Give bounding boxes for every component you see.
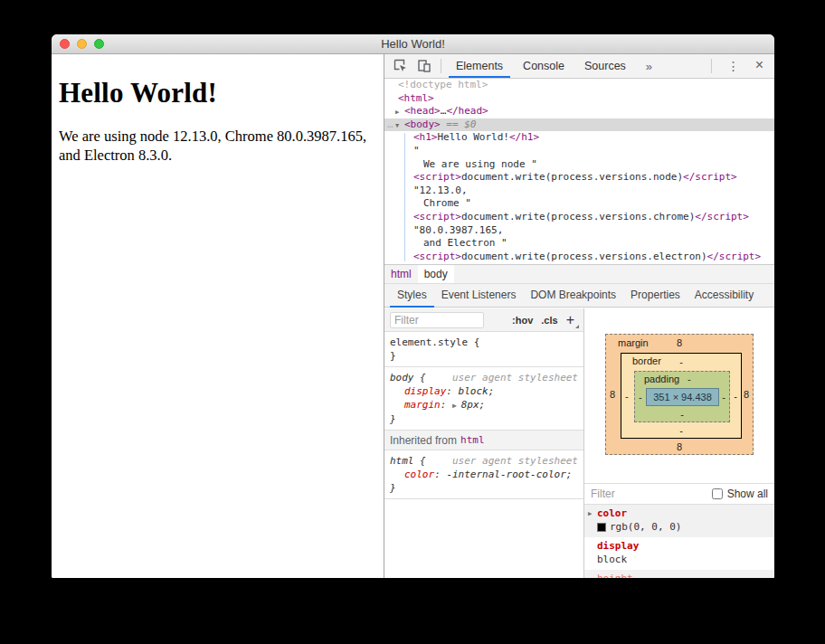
box-model-content[interactable]: 351 × 94.438 <box>646 388 719 406</box>
tab-console[interactable]: Console <box>516 54 572 78</box>
new-style-rule-button[interactable]: + <box>566 312 578 328</box>
computed-filter-row: Show all <box>584 483 774 505</box>
padding-left-value[interactable]: - <box>639 392 642 402</box>
app-window: Hello World! Hello World! We are using n… <box>52 34 774 578</box>
sidebar-tab-dom-breakpoints[interactable]: DOM Breakpoints <box>523 284 623 308</box>
page-heading: Hello World! <box>59 77 376 109</box>
style-property[interactable]: display: block; <box>390 384 578 398</box>
devtools-menu-icon[interactable]: ⋮ <box>719 59 748 73</box>
margin-top-value[interactable]: 8 <box>677 337 682 348</box>
computed-property-name: height <box>584 573 774 578</box>
show-all-checkbox[interactable] <box>712 488 723 499</box>
rule-selector[interactable]: body { <box>390 372 426 384</box>
breadcrumb-item-html[interactable]: html <box>384 265 418 283</box>
computed-property-value: rgb(0, 0, 0) <box>584 520 774 534</box>
tab-sources[interactable]: Sources <box>577 54 633 78</box>
computed-filter-input[interactable] <box>591 488 672 500</box>
rule-selector[interactable]: element.style { <box>390 336 479 348</box>
indent-guide-line <box>404 133 405 261</box>
padding-label: padding <box>644 374 679 384</box>
toolbar-divider <box>441 59 441 73</box>
rule-selector[interactable]: html { <box>390 455 426 467</box>
dom-tree-row[interactable]: "12.13.0, <box>384 185 774 198</box>
stylesheet-origin: user agent stylesheet <box>452 454 578 468</box>
devtools-panel: ElementsConsoleSources » ⋮ × <!doctype h… <box>384 54 774 578</box>
styles-filter-row: :hov .cls + <box>384 308 583 332</box>
styles-filter-input[interactable] <box>390 312 484 328</box>
dom-tree-row[interactable]: <!doctype html> <box>384 79 774 92</box>
content-size-value: 351 × 94.438 <box>653 392 712 402</box>
title-bar[interactable]: Hello World! <box>52 34 774 54</box>
devtools-close-icon[interactable]: × <box>748 57 771 75</box>
toggle-pseudo-button[interactable]: :hov <box>512 315 533 326</box>
border-right-value[interactable]: - <box>734 391 737 402</box>
dom-tree-row[interactable]: " <box>384 145 774 158</box>
disclosure-closed-icon[interactable]: ▶ <box>395 106 399 119</box>
style-property[interactable]: color: -internal-root-color; <box>390 468 578 481</box>
toggle-class-button[interactable]: .cls <box>541 315 557 326</box>
inherited-node-link[interactable]: html <box>460 434 485 446</box>
tab-elements[interactable]: Elements <box>449 54 510 78</box>
style-rule: element.style {} <box>384 332 583 367</box>
more-tabs-icon[interactable]: » <box>639 60 659 73</box>
computed-property-value: block <box>584 553 774 566</box>
sidebar-tab-accessibility[interactable]: Accessibility <box>688 284 761 308</box>
hidden-elements-ellipsis: … <box>387 118 394 132</box>
box-model-diagram: margin 8 8 8 8 border - - - - <box>584 308 774 483</box>
margin-left-value[interactable]: 8 <box>610 389 615 400</box>
dom-tree-row[interactable]: <h1>Hello World!</h1> <box>384 131 774 145</box>
dom-tree-row[interactable]: …▼<body> == $0 <box>384 118 774 132</box>
inspect-element-icon[interactable] <box>392 57 410 75</box>
box-model-border[interactable]: border - - - - padding - - - <box>621 353 742 439</box>
border-left-value[interactable]: - <box>625 391 629 402</box>
sidebar-tab-styles[interactable]: Styles <box>390 284 434 308</box>
sidebar-tab-properties[interactable]: Properties <box>623 284 688 308</box>
margin-right-value[interactable]: 8 <box>744 389 749 400</box>
style-rule: body {user agent stylesheetdisplay: bloc… <box>384 367 583 431</box>
property-value: 8px; <box>461 399 486 411</box>
style-rule: html {user agent stylesheetcolor: -inter… <box>384 450 583 499</box>
border-bottom-value[interactable]: - <box>679 425 683 436</box>
dom-tree-row[interactable]: We are using node " <box>384 158 774 172</box>
style-property[interactable]: margin: ▶ 8px; <box>390 398 578 412</box>
expand-icon[interactable]: ▶ <box>452 402 461 410</box>
color-swatch <box>597 523 606 532</box>
disclosure-closed-icon[interactable]: ▶ <box>588 510 592 517</box>
inherited-label: Inherited from <box>390 434 457 447</box>
margin-bottom-value[interactable]: 8 <box>677 441 682 452</box>
dom-tree-row[interactable]: <script>document.write(process.versions.… <box>384 251 774 264</box>
dom-tree-row[interactable]: <script>document.write(process.versions.… <box>384 211 774 224</box>
property-name: color <box>404 469 434 480</box>
dom-tree-row[interactable]: "80.0.3987.165, <box>384 224 774 238</box>
margin-label: margin <box>618 337 649 348</box>
dom-tree-row[interactable]: <html> <box>384 92 774 106</box>
breadcrumb-item-body[interactable]: body <box>418 265 454 283</box>
computed-property-name: color <box>584 507 774 520</box>
computed-property[interactable]: displayblock <box>584 537 774 570</box>
sidebar-tab-event-listeners[interactable]: Event Listeners <box>434 284 524 308</box>
device-toolbar-icon[interactable] <box>415 57 433 75</box>
show-all-toggle[interactable]: Show all <box>712 488 768 500</box>
inherited-from-bar: Inherited from html <box>384 431 583 450</box>
dom-tree-row[interactable]: <script>document.write(process.versions.… <box>384 171 774 185</box>
property-value: block; <box>459 385 495 397</box>
rendered-page: Hello World! We are using node 12.13.0, … <box>52 54 384 578</box>
dom-tree-row[interactable]: and Electron " <box>384 237 774 251</box>
padding-bottom-value[interactable]: - <box>680 409 684 420</box>
disclosure-open-icon[interactable]: ▼ <box>395 119 399 133</box>
dom-tree-row[interactable]: ▶<head>…</head> <box>384 105 774 118</box>
computed-property[interactable]: height <box>584 570 774 578</box>
box-model-padding[interactable]: padding - - - - 351 × 94.438 <box>634 371 730 422</box>
devtools-tab-strip: ElementsConsoleSources <box>449 54 639 78</box>
padding-top-value[interactable]: - <box>688 374 691 384</box>
border-top-value[interactable]: - <box>679 356 683 367</box>
padding-right-value[interactable]: - <box>722 392 725 402</box>
dom-tree-row[interactable]: Chrome " <box>384 197 774 211</box>
breadcrumb: htmlbody <box>384 264 774 283</box>
desktop-background: Hello World! Hello World! We are using n… <box>0 0 825 644</box>
sidebar-tab-strip: StylesEvent ListenersDOM BreakpointsProp… <box>384 283 774 308</box>
computed-property[interactable]: ▶colorrgb(0, 0, 0) <box>584 505 774 537</box>
box-model-margin[interactable]: margin 8 8 8 8 border - - - - <box>605 334 754 455</box>
border-label: border <box>632 355 661 366</box>
toolbar-right-group: ⋮ × <box>709 57 771 75</box>
